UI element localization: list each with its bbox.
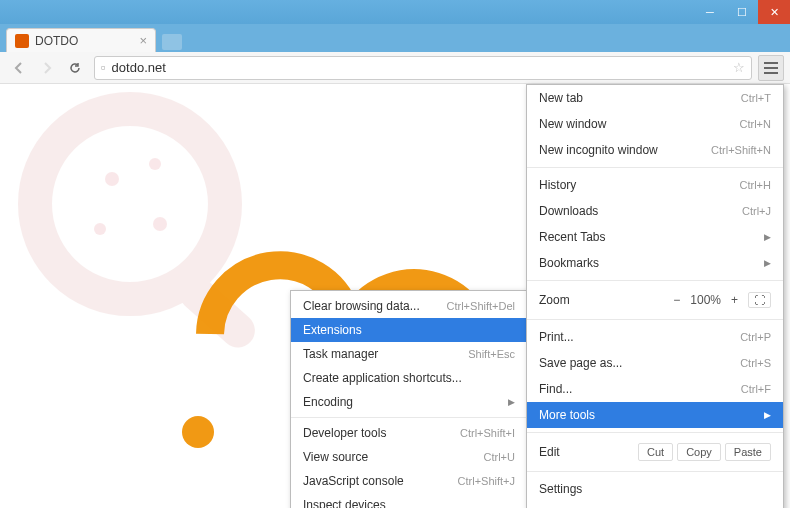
menu-item-more-tools[interactable]: More tools▶ bbox=[527, 402, 783, 428]
menu-item-about[interactable]: About Google Chrome bbox=[527, 502, 783, 508]
forward-button[interactable] bbox=[34, 55, 60, 81]
tab-close-icon[interactable]: × bbox=[139, 33, 147, 48]
submenu-item-clear-browsing[interactable]: Clear browsing data...Ctrl+Shift+Del bbox=[291, 294, 527, 318]
more-tools-submenu: Clear browsing data...Ctrl+Shift+Del Ext… bbox=[290, 290, 528, 508]
tab-strip: DOTDO × bbox=[0, 24, 790, 52]
menu-button[interactable] bbox=[758, 55, 784, 81]
zoom-out-button[interactable]: − bbox=[673, 293, 680, 307]
submenu-item-view-source[interactable]: View sourceCtrl+U bbox=[291, 445, 527, 469]
menu-item-new-window[interactable]: New windowCtrl+N bbox=[527, 111, 783, 137]
reload-button[interactable] bbox=[62, 55, 88, 81]
menu-separator bbox=[527, 280, 783, 281]
bookmark-star-icon[interactable]: ☆ bbox=[733, 60, 745, 75]
submenu-item-create-shortcuts[interactable]: Create application shortcuts... bbox=[291, 366, 527, 390]
copy-button[interactable]: Copy bbox=[677, 443, 721, 461]
zoom-value: 100% bbox=[690, 293, 721, 307]
svg-point-4 bbox=[94, 223, 106, 235]
menu-item-zoom: Zoom − 100% + ⛶ bbox=[527, 285, 783, 315]
chevron-right-icon: ▶ bbox=[764, 232, 771, 242]
menu-item-find[interactable]: Find...Ctrl+F bbox=[527, 376, 783, 402]
menu-item-save-as[interactable]: Save page as...Ctrl+S bbox=[527, 350, 783, 376]
chevron-right-icon: ▶ bbox=[764, 258, 771, 268]
close-button[interactable]: ✕ bbox=[758, 0, 790, 24]
zoom-in-button[interactable]: + bbox=[731, 293, 738, 307]
svg-point-8 bbox=[182, 416, 214, 448]
menu-item-new-tab[interactable]: New tabCtrl+T bbox=[527, 85, 783, 111]
svg-point-5 bbox=[153, 217, 167, 231]
submenu-item-js-console[interactable]: JavaScript consoleCtrl+Shift+J bbox=[291, 469, 527, 493]
cut-button[interactable]: Cut bbox=[638, 443, 673, 461]
submenu-item-inspect-devices[interactable]: Inspect devices bbox=[291, 493, 527, 508]
menu-item-history[interactable]: HistoryCtrl+H bbox=[527, 172, 783, 198]
back-button[interactable] bbox=[6, 55, 32, 81]
menu-item-edit: Edit Cut Copy Paste bbox=[527, 437, 783, 467]
submenu-item-encoding[interactable]: Encoding▶ bbox=[291, 390, 527, 414]
favicon-icon bbox=[15, 34, 29, 48]
submenu-item-dev-tools[interactable]: Developer toolsCtrl+Shift+I bbox=[291, 421, 527, 445]
page-icon: ▫ bbox=[101, 60, 106, 75]
menu-separator bbox=[527, 432, 783, 433]
minimize-button[interactable]: ─ bbox=[694, 0, 726, 24]
menu-separator bbox=[527, 319, 783, 320]
menu-item-new-incognito[interactable]: New incognito windowCtrl+Shift+N bbox=[527, 137, 783, 163]
submenu-item-task-manager[interactable]: Task managerShift+Esc bbox=[291, 342, 527, 366]
svg-point-2 bbox=[105, 172, 119, 186]
tab-title: DOTDO bbox=[35, 34, 78, 48]
menu-separator bbox=[527, 471, 783, 472]
window-titlebar: ─ ☐ ✕ bbox=[0, 0, 790, 24]
submenu-item-extensions[interactable]: Extensions bbox=[291, 318, 527, 342]
svg-point-3 bbox=[149, 158, 161, 170]
svg-point-0 bbox=[35, 109, 225, 299]
menu-item-print[interactable]: Print...Ctrl+P bbox=[527, 324, 783, 350]
browser-tab[interactable]: DOTDO × bbox=[6, 28, 156, 52]
url-text: dotdo.net bbox=[112, 60, 166, 75]
menu-item-recent-tabs[interactable]: Recent Tabs▶ bbox=[527, 224, 783, 250]
paste-button[interactable]: Paste bbox=[725, 443, 771, 461]
menu-separator bbox=[291, 417, 527, 418]
chevron-right-icon: ▶ bbox=[764, 410, 771, 420]
menu-item-settings[interactable]: Settings bbox=[527, 476, 783, 502]
menu-separator bbox=[527, 167, 783, 168]
menu-item-downloads[interactable]: DownloadsCtrl+J bbox=[527, 198, 783, 224]
new-tab-button[interactable] bbox=[162, 34, 182, 50]
chrome-main-menu: New tabCtrl+T New windowCtrl+N New incog… bbox=[526, 84, 784, 508]
menu-item-bookmarks[interactable]: Bookmarks▶ bbox=[527, 250, 783, 276]
maximize-button[interactable]: ☐ bbox=[726, 0, 758, 24]
toolbar: ▫ dotdo.net ☆ bbox=[0, 52, 790, 84]
fullscreen-button[interactable]: ⛶ bbox=[748, 292, 771, 308]
chevron-right-icon: ▶ bbox=[508, 397, 515, 407]
address-bar[interactable]: ▫ dotdo.net ☆ bbox=[94, 56, 752, 80]
